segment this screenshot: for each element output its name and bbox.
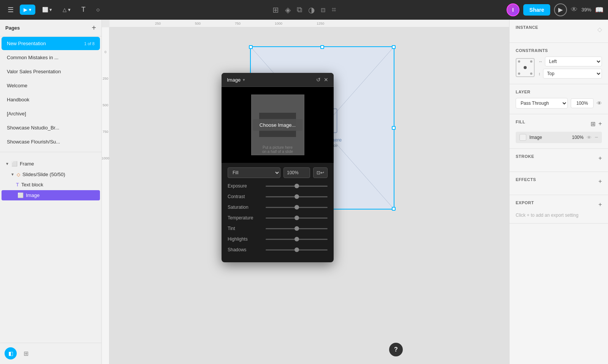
effects-section: EFFECTS + [510, 172, 608, 195]
crop-icon[interactable]: ⌗ [332, 5, 336, 14]
layer-slides-slide[interactable]: ▼ ◇ Slides/Slide (50/50) [0, 169, 101, 180]
play-button[interactable]: ▶ [554, 3, 567, 16]
fill-item: Image 100% 👁 − [516, 132, 602, 143]
fill-remove-button[interactable]: − [595, 134, 598, 141]
page-item-valor-sales[interactable]: Valor Sales Presentation [2, 65, 100, 78]
frame-tool[interactable]: ⬜ ▾ [38, 5, 56, 15]
avatar[interactable]: I [507, 3, 519, 16]
layers-button[interactable]: ◧ [5, 347, 17, 359]
export-section: EXPORT + Click + to add an export settin… [510, 195, 608, 224]
page-item-archive[interactable]: [Archive] [2, 107, 100, 120]
instance-icon[interactable]: ◇ [597, 26, 602, 33]
layer-blend-mode-select[interactable]: Pass Through Normal Multiply Screen Over… [516, 98, 568, 109]
community-icon[interactable]: 📖 [595, 6, 603, 14]
tint-slider-row: Tint [228, 226, 328, 231]
comment-tool[interactable]: ○ [92, 4, 104, 16]
group-icon[interactable]: ⧈ [321, 5, 326, 14]
constraints-section: CONSTRAINTS ↔ Left Right Center [510, 43, 608, 84]
layer-text-block[interactable]: T Text block [0, 180, 101, 190]
saturation-slider[interactable] [266, 207, 328, 208]
choose-image-button[interactable]: Choose Image... [253, 119, 302, 131]
zoom-level[interactable]: 39% [581, 7, 591, 13]
constraint-center-dot [524, 66, 527, 69]
fill-section: FILL ⊞ + Image 100% 👁 − [510, 114, 608, 149]
layers-section: ▼ ⬜ Frame ▼ ◇ Slides/Slide (50/50) T Tex… [0, 155, 101, 343]
constraint-h-select[interactable]: Left Right Center Scale [545, 57, 602, 66]
fill-grid-icon[interactable]: ⊞ [591, 120, 595, 128]
page-item-showcase-flourish[interactable]: Showcase Flourish/Su... [2, 135, 100, 148]
preview-icon[interactable]: 👁 [571, 6, 578, 14]
pages-header: Pages + [0, 20, 101, 36]
fill-actions: ⊞ + [591, 120, 602, 128]
fill-crop-button[interactable]: ⊡↩ [313, 167, 328, 178]
fill-opacity-input[interactable] [283, 167, 310, 178]
image-title-chevron: ▾ [243, 77, 245, 82]
tint-label: Tint [228, 226, 262, 231]
export-add-button[interactable]: + [598, 201, 602, 208]
fill-title: FILL [516, 120, 525, 124]
layer-frame[interactable]: ▼ ⬜ Frame [0, 158, 101, 169]
corner-handle-br[interactable] [392, 207, 396, 211]
boolean-icon[interactable]: ⧉ [297, 5, 302, 14]
ruler-v-1000: 1000 [102, 156, 109, 160]
corner-handle-tl[interactable] [249, 45, 253, 49]
effects-add-button[interactable]: + [598, 178, 602, 185]
instance-section: INSTANCE ◇ [510, 20, 608, 43]
fill-color-swatch[interactable] [519, 134, 526, 141]
exposure-slider[interactable] [266, 186, 328, 187]
highlights-label: Highlights [228, 236, 262, 242]
page-item-new-presentation[interactable]: New Presentation 1 of 8 [2, 37, 100, 50]
image-panel-refresh-btn[interactable]: ↺ [316, 77, 321, 83]
adjust-icon[interactable]: ◑ [308, 5, 315, 14]
corner-handle-tr[interactable] [392, 45, 396, 49]
page-item-showcase-nstudio[interactable]: Showcase Nstudio_Br... [2, 121, 100, 134]
constraints-title: CONSTRAINTS [516, 48, 602, 53]
contrast-slider[interactable] [266, 196, 328, 197]
right-panel: INSTANCE ◇ CONSTRAINTS ↔ [509, 20, 608, 364]
fill-visibility-icon[interactable]: 👁 [587, 135, 592, 140]
instance-title: INSTANCE [516, 25, 538, 30]
shadows-slider[interactable] [266, 249, 328, 251]
constraint-v-select[interactable]: Top Bottom Center Scale [543, 69, 602, 79]
toolbar-right: I Share ▶ 👁 39% 📖 [507, 3, 603, 16]
text-tool[interactable]: T [78, 3, 89, 16]
sidebar-divider [0, 152, 101, 152]
layer-frame-label: Frame [20, 161, 34, 167]
exposure-slider-row: Exposure [228, 183, 328, 189]
help-button[interactable]: ? [389, 343, 403, 356]
temperature-label: Temperature [228, 215, 262, 221]
component-icon[interactable]: ⊞ [272, 5, 279, 14]
corner-handle-tm[interactable] [320, 45, 324, 49]
highlights-slider[interactable] [266, 239, 328, 240]
share-button[interactable]: Share [523, 4, 550, 16]
image-panel-close-btn[interactable]: ✕ [324, 77, 328, 83]
select-tool[interactable]: ▶ ▾ [20, 5, 35, 15]
image-adjustment-panel: Image ▾ ↺ ✕ [222, 73, 334, 262]
corner-handle-mr[interactable] [392, 126, 396, 130]
export-title: EXPORT [516, 200, 534, 205]
fill-mode-select[interactable]: Fill Fit Crop Tile Stretch [228, 167, 280, 178]
fill-opacity-value: 100% [572, 135, 584, 140]
page-item-common-mistakes[interactable]: Common Mistakes in ... [2, 51, 100, 64]
page-item-handbook[interactable]: Handbook [2, 93, 100, 106]
layer-visibility-icon[interactable]: 👁 [597, 100, 602, 106]
temperature-slider[interactable] [266, 217, 328, 219]
exposure-label: Exposure [228, 183, 262, 189]
export-header: EXPORT + [516, 200, 602, 209]
layer-chevron-slides-icon: ▼ [11, 172, 14, 176]
pages-add-button[interactable]: + [92, 24, 96, 32]
constraint-dot-tl [518, 60, 520, 63]
fill-add-button[interactable]: + [598, 120, 602, 127]
layer-image[interactable]: ⬜ Image [2, 190, 100, 200]
canvas-area[interactable]: 250 500 750 1000 1250 0 250 500 750 1000 [102, 20, 509, 364]
hamburger-icon[interactable]: ☰ [5, 4, 17, 16]
tint-slider[interactable] [266, 228, 328, 229]
page-item-welcome[interactable]: Welcome [2, 79, 100, 92]
mask-icon[interactable]: ◈ [285, 5, 291, 14]
shape-tool[interactable]: △ ▾ [59, 5, 74, 15]
layer-opacity-input[interactable] [571, 98, 594, 108]
put-picture-line1: Put a picture here [262, 145, 293, 150]
stroke-add-button[interactable]: + [598, 155, 602, 162]
assets-button[interactable]: ⊞ [20, 347, 32, 359]
shadows-label: Shadows [228, 247, 262, 252]
